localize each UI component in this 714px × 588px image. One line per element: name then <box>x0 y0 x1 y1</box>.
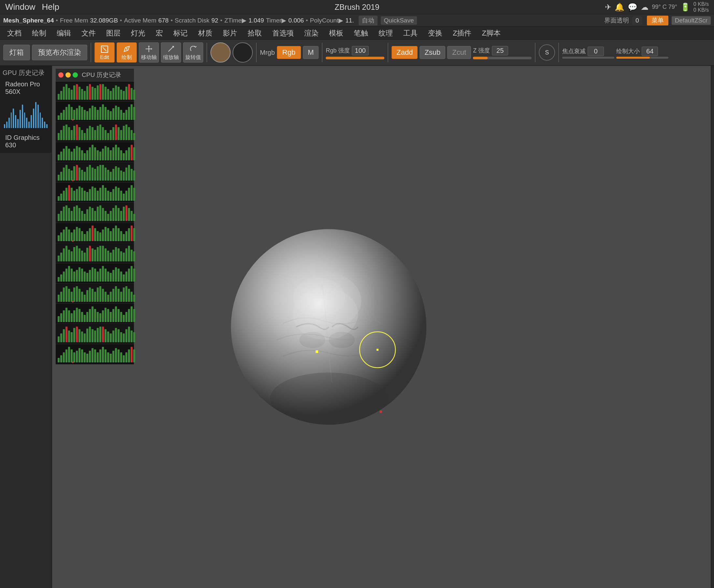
cpu-bar <box>94 331 96 342</box>
m-btn[interactable]: M <box>303 46 319 59</box>
focal-falloff-slider[interactable] <box>562 57 614 59</box>
draw-btn[interactable]: 绘制 <box>116 42 137 63</box>
cpu-bar <box>102 310 104 322</box>
cpu-bar <box>107 332 109 342</box>
menu-item-draw[interactable]: 绘制 <box>27 27 51 39</box>
cpu-bar <box>68 229 70 241</box>
airplane-icon: ✈ <box>605 3 611 12</box>
menu-item-doc[interactable]: 文档 <box>3 27 26 39</box>
cpu-bar <box>79 309 81 322</box>
menu-item-pickup[interactable]: 拾取 <box>243 27 266 39</box>
cpu-bar <box>71 130 73 140</box>
cpu-bar <box>76 165 78 181</box>
cpu-bar <box>84 315 86 322</box>
cpu-bar <box>128 309 130 322</box>
cpu-bar <box>94 130 96 140</box>
menu-item-movie[interactable]: 影片 <box>218 27 242 39</box>
lightbox-btn[interactable]: 灯箱 <box>3 45 30 60</box>
menu-item-template[interactable]: 模板 <box>324 27 348 39</box>
cpu-bar <box>79 267 81 281</box>
menu-item-material[interactable]: 材质 <box>194 27 217 39</box>
cpu-bar <box>99 125 101 140</box>
z-strength-val[interactable]: 25 <box>492 46 508 56</box>
rgb-strength-val[interactable]: 100 <box>352 46 368 56</box>
menu-item-prefs[interactable]: 首选项 <box>268 27 298 39</box>
menu-item-transform[interactable]: 变换 <box>424 27 447 39</box>
cpu-bar <box>115 307 117 322</box>
help-menu[interactable]: Help <box>42 2 59 12</box>
menu-item-marker[interactable]: 标记 <box>169 27 192 39</box>
cpu-bar <box>120 292 122 302</box>
menu-item-layer[interactable]: 图层 <box>102 27 125 39</box>
menu-item-texture[interactable]: 纹理 <box>374 27 397 39</box>
menu-item-render[interactable]: 渲染 <box>300 27 323 39</box>
menu-btn[interactable]: 菜单 <box>647 16 668 25</box>
canvas-area[interactable] <box>52 66 711 588</box>
cpu-bar <box>79 248 81 261</box>
menu-item-zscript[interactable]: Z脚本 <box>477 27 505 39</box>
rotate-btn[interactable]: 旋转值 <box>183 42 203 63</box>
cpu-bar <box>112 127 114 140</box>
cpu-bar <box>58 358 60 362</box>
menu-item-light[interactable]: 灯光 <box>126 27 150 39</box>
preview-btn[interactable]: 预览布尔渲染 <box>32 45 87 60</box>
draw-size-val[interactable]: 64 <box>642 47 658 56</box>
win-close-btn[interactable] <box>58 72 64 78</box>
win-max-btn[interactable] <box>73 72 78 78</box>
cpu-bar <box>105 211 107 221</box>
gpu-bar <box>4 124 5 128</box>
cpu-bar <box>97 312 99 322</box>
cpu-bar <box>107 89 109 100</box>
edit-btn[interactable]: Edit <box>94 42 115 63</box>
cpu-bar <box>120 231 122 241</box>
move-btn[interactable]: 移动轴 <box>139 42 159 63</box>
menu-item-file[interactable]: 文件 <box>77 27 100 39</box>
cpu-history-row <box>56 183 134 203</box>
focal-falloff-val[interactable]: 0 <box>588 47 604 56</box>
zsub-btn[interactable]: Zsub <box>419 46 445 59</box>
cpu-bar <box>125 272 127 281</box>
cpu-bar <box>60 113 62 120</box>
cpu-bar <box>65 146 67 160</box>
window-menu[interactable]: Window <box>5 2 35 12</box>
defaultz-btn[interactable]: DefaultZScr <box>672 16 711 25</box>
quicksave-btn[interactable]: QuickSave <box>381 16 417 25</box>
cpu-bar <box>65 107 67 120</box>
rgb-strength-group: Rgb 强度 100 <box>326 46 384 59</box>
cpu-bar <box>84 333 86 342</box>
cpu-bar <box>131 104 133 120</box>
win-min-btn[interactable] <box>65 72 71 78</box>
menu-item-zplugin[interactable]: Z插件 <box>448 27 476 39</box>
draw-size-slider[interactable] <box>616 57 668 59</box>
material-sphere-1[interactable] <box>211 42 231 63</box>
cpu-bar <box>81 188 83 201</box>
gpu-bar <box>6 122 7 128</box>
material-sphere-2[interactable] <box>233 42 253 63</box>
cpu-bar <box>125 191 127 201</box>
z-strength-slider[interactable] <box>473 57 532 59</box>
zcut-btn[interactable]: Zcut <box>447 46 471 59</box>
menu-item-tool[interactable]: 工具 <box>399 27 422 39</box>
cpu-bar <box>81 269 83 281</box>
gpu-panel: GPU 历史记录 Radeon Pro 560X ID Graphics 630 <box>0 66 51 153</box>
cpu-bar <box>86 312 88 322</box>
menu-item-edit[interactable]: 编辑 <box>52 27 75 39</box>
cpu-bar <box>81 312 83 322</box>
rgb-btn[interactable]: Rgb <box>277 46 301 59</box>
auto-btn[interactable]: 自动 <box>359 16 377 25</box>
menu-item-macro[interactable]: 宏 <box>151 27 168 39</box>
cpu-bar <box>73 191 75 201</box>
cpu-bar <box>112 189 114 201</box>
cpu-bar <box>125 168 127 181</box>
rgb-strength-slider[interactable] <box>326 57 384 59</box>
cpu-bar <box>105 292 107 302</box>
cpu-bar <box>97 191 99 201</box>
menu-item-stroke[interactable]: 笔触 <box>349 27 373 39</box>
interface-transp-label: 界面透明 <box>604 16 629 25</box>
scale-btn[interactable]: 缩放轴 <box>161 42 181 63</box>
s-button[interactable]: S <box>539 44 555 61</box>
cloud-icon: ☁ <box>641 3 649 12</box>
zadd-btn[interactable]: Zadd <box>391 46 417 59</box>
cpu-bar <box>65 125 67 140</box>
cpu-bar <box>120 110 122 120</box>
